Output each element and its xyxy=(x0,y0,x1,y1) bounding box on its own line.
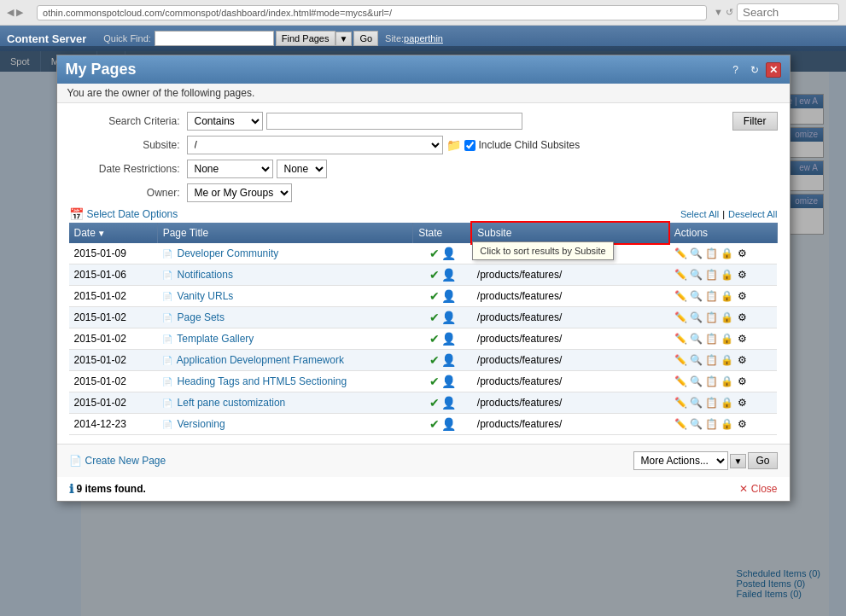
more-icon[interactable]: ⚙ xyxy=(735,417,749,431)
quick-find-label: Quick Find: xyxy=(103,33,151,44)
view-icon[interactable]: 🔍 xyxy=(689,396,703,410)
find-pages-button[interactable]: Find Pages xyxy=(276,31,335,46)
page-title-link[interactable]: Versioning xyxy=(178,418,225,430)
row-state: ✔ 👤 xyxy=(413,264,472,286)
lock-icon[interactable]: 🔒 xyxy=(720,353,733,367)
view-icon[interactable]: 🔍 xyxy=(689,353,703,367)
lock-icon[interactable]: 🔒 xyxy=(720,375,733,388)
page-title-link[interactable]: Application Development Framework xyxy=(177,354,344,366)
modal-overlay: My Pages ? ↻ ✕ You are the owner of the … xyxy=(0,46,846,616)
view-icon[interactable]: 🔍 xyxy=(689,247,703,260)
refresh-icon[interactable]: ↻ xyxy=(747,62,762,78)
filter-button[interactable]: Filter xyxy=(732,112,778,131)
copy-icon[interactable]: 📋 xyxy=(704,332,718,346)
more-icon[interactable]: ⚙ xyxy=(735,289,749,303)
page-title-link[interactable]: Page Sets xyxy=(178,311,225,323)
search-criteria-input[interactable] xyxy=(266,113,522,130)
edit-icon[interactable]: ✏️ xyxy=(674,396,687,410)
browser-search-input[interactable] xyxy=(737,3,839,21)
copy-icon[interactable]: 📋 xyxy=(704,289,718,303)
row-title: 📄 Heading Tags and HTML5 Sectioning xyxy=(157,371,413,392)
date-secondary-select[interactable]: None xyxy=(277,160,327,178)
view-icon[interactable]: 🔍 xyxy=(689,375,703,388)
copy-icon[interactable]: 📋 xyxy=(704,375,718,388)
deselect-all-link[interactable]: Deselect All xyxy=(728,209,777,219)
edit-icon[interactable]: ✏️ xyxy=(674,311,687,324)
page-title-link[interactable]: Notifications xyxy=(178,269,233,281)
select-date-options-link[interactable]: 📅 Select Date Options xyxy=(69,207,178,221)
edit-icon[interactable]: ✏️ xyxy=(674,375,687,388)
lock-icon[interactable]: 🔒 xyxy=(720,332,733,346)
modal-close-button[interactable]: ✕ xyxy=(766,62,781,78)
row-actions: ✏️ 🔍 📋 🔒 ⚙ xyxy=(668,264,777,286)
more-actions-dropdown[interactable]: ▼ xyxy=(730,454,747,468)
more-icon[interactable]: ⚙ xyxy=(735,396,749,410)
search-criteria-select[interactable]: Contains Starts With Ends With Equals xyxy=(187,112,263,131)
more-icon[interactable]: ⚙ xyxy=(735,311,749,324)
url-bar[interactable]: othin.commonspotcloud.com/commonspot/das… xyxy=(37,5,707,20)
view-icon[interactable]: 🔍 xyxy=(689,332,703,346)
view-icon[interactable]: 🔍 xyxy=(689,311,703,324)
page-title-link[interactable]: Left pane customization xyxy=(178,397,286,409)
row-actions: ✏️ 🔍 📋 🔒 ⚙ xyxy=(668,243,777,264)
subsite-sort-tooltip: Click to sort results by Subsite xyxy=(472,241,613,260)
page-title-link[interactable]: Vanity URLs xyxy=(178,290,234,302)
edit-icon[interactable]: ✏️ xyxy=(674,268,687,282)
owner-select[interactable]: Me or My Groups Me Only My Groups Only xyxy=(187,183,292,202)
create-new-page-link[interactable]: 📄 Create New Page xyxy=(69,455,166,467)
find-pages-dropdown[interactable]: ▼ xyxy=(335,32,353,46)
view-icon[interactable]: 🔍 xyxy=(689,417,703,431)
subsite-select[interactable]: / xyxy=(187,136,443,154)
more-icon[interactable]: ⚙ xyxy=(735,353,749,367)
copy-icon[interactable]: 📋 xyxy=(704,247,718,260)
subsite-browse-icon[interactable]: 📁 xyxy=(446,138,461,152)
copy-icon[interactable]: 📋 xyxy=(704,268,718,282)
copy-icon[interactable]: 📋 xyxy=(704,417,718,431)
date-column-header[interactable]: Date▼ xyxy=(69,223,158,243)
more-icon[interactable]: ⚙ xyxy=(735,332,749,346)
lock-icon[interactable]: 🔒 xyxy=(720,396,733,410)
state-person-icon: 👤 xyxy=(441,311,456,324)
include-child-checkbox[interactable] xyxy=(464,140,476,151)
browser-dropdown[interactable]: ▼ ↺ xyxy=(714,7,733,18)
edit-icon[interactable]: ✏️ xyxy=(674,353,687,367)
lock-icon[interactable]: 🔒 xyxy=(720,417,733,431)
edit-icon[interactable]: ✏️ xyxy=(674,247,687,260)
page-title-link[interactable]: Template Gallery xyxy=(177,333,254,345)
page-title-link[interactable]: Developer Community xyxy=(178,247,279,259)
lock-icon[interactable]: 🔒 xyxy=(720,289,733,303)
row-state: ✔ 👤 xyxy=(413,414,472,435)
row-date: 2015-01-06 xyxy=(69,264,158,286)
lock-icon[interactable]: 🔒 xyxy=(720,247,733,260)
row-date: 2015-01-09 xyxy=(69,243,158,264)
close-x-icon: ✕ xyxy=(739,483,748,495)
edit-icon[interactable]: ✏️ xyxy=(674,289,687,303)
pages-table: Date▼ Page Title State Subsite Click to … xyxy=(69,223,778,435)
lock-icon[interactable]: 🔒 xyxy=(720,311,733,324)
quick-find-input[interactable] xyxy=(155,31,274,46)
footer-go-button[interactable]: Go xyxy=(748,452,777,469)
state-check-icon: ✔ xyxy=(429,332,440,346)
close-link[interactable]: ✕ Close xyxy=(739,483,778,495)
help-icon[interactable]: ? xyxy=(728,62,744,78)
more-actions-select[interactable]: More Actions... Copy Move Delete Publish xyxy=(633,451,728,470)
date-restrictions-select[interactable]: None Today Last 7 Days Last 30 Days xyxy=(187,160,273,178)
copy-icon[interactable]: 📋 xyxy=(704,311,718,324)
more-icon[interactable]: ⚙ xyxy=(735,375,749,388)
copy-icon[interactable]: 📋 xyxy=(704,396,718,410)
select-all-link[interactable]: Select All xyxy=(680,209,719,219)
row-title: 📄 Vanity URLs xyxy=(157,286,413,307)
site-name[interactable]: paperthin xyxy=(404,33,443,44)
page-title-link[interactable]: Heading Tags and HTML5 Sectioning xyxy=(178,375,347,387)
table-row: 2015-01-02 📄 Page Sets ✔ 👤 xyxy=(69,307,778,328)
lock-icon[interactable]: 🔒 xyxy=(720,268,733,282)
more-icon[interactable]: ⚙ xyxy=(735,268,749,282)
copy-icon[interactable]: 📋 xyxy=(704,353,718,367)
header-go-button[interactable]: Go xyxy=(353,31,378,46)
more-icon[interactable]: ⚙ xyxy=(735,247,749,260)
view-icon[interactable]: 🔍 xyxy=(689,268,703,282)
edit-icon[interactable]: ✏️ xyxy=(674,417,687,431)
view-icon[interactable]: 🔍 xyxy=(689,289,703,303)
subsite-column-header[interactable]: Subsite Click to sort results by Subsite xyxy=(472,223,668,243)
edit-icon[interactable]: ✏️ xyxy=(674,332,687,346)
